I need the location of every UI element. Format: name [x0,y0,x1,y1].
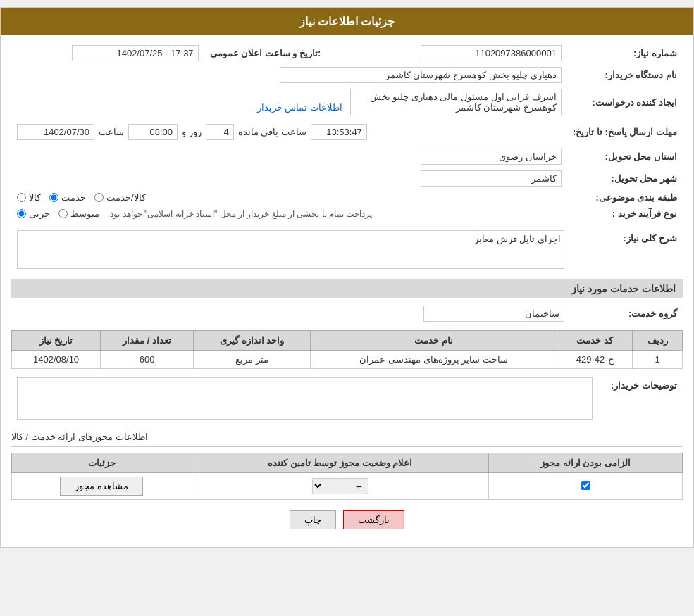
province-label: استان محل تحویل: [567,146,683,168]
back-button[interactable]: بازگشت [343,510,404,529]
creator-value: اشرف فراتی اول مسئول مالی دهیاری چلیو بخ… [350,89,562,115]
table-row: 1 ج-42-429 ساخت سایر پروژه‌های مهندسی عم… [12,351,683,369]
buyer-notes-table: توضیحات خریدار: [11,375,683,425]
col-row: ردیف [633,331,683,351]
col-status: اعلام وضعیت مجوز توسط تامین کننده [192,453,489,473]
permit-detail-cell: مشاهده مجوز [12,473,192,500]
service-group-table: گروه خدمت: ساختمان [11,303,683,325]
subject-label: طبقه بندی موضوعی: [567,189,683,206]
col-unit: واحد اندازه گیری [194,331,311,351]
buyer-org-label: نام دستگاه خریدار: [567,64,683,86]
buyer-notes-input[interactable] [17,377,593,420]
row-code: ج-42-429 [557,351,632,369]
response-time-label: ساعت [99,127,124,137]
response-deadline-label: مهلت ارسال پاسخ: تا تاریخ: [567,118,683,146]
buyer-org-value: دهیاری چلیو بخش کوهسرخ شهرستان کاشمر [280,67,562,83]
radio-kala[interactable]: کالا [17,192,41,203]
need-number-value: 1102097386000001 [421,45,562,61]
button-row: بازگشت چاپ [11,510,683,529]
province-value: خراسان رضوی [421,149,562,165]
radio-kala-khadamat[interactable]: کالا/خدمت [94,192,146,203]
row-name: ساخت سایر پروژه‌های مهندسی عمران [311,351,557,369]
city-value: کاشمر [421,170,562,187]
info-table-1: شماره نیاز: 1102097386000001 تاریخ و ساع… [11,42,683,222]
row-num: 1 [633,351,683,369]
row-date: 1402/08/10 [12,351,101,369]
page-title: جزئیات اطلاعات نیاز [299,15,395,27]
content-area: شماره نیاز: 1102097386000001 تاریخ و ساع… [1,35,693,547]
page-header: جزئیات اطلاعات نیاز [1,8,693,35]
services-table: ردیف کد خدمت نام خدمت واحد اندازه گیری ت… [11,330,683,369]
description-value: اجرای تایل فرش معابر [17,230,564,269]
col-date: تاریخ نیاز [12,331,101,351]
row-unit: متر مربع [194,351,311,369]
print-button[interactable]: چاپ [290,510,336,529]
service-group-value: ساختمان [423,306,564,322]
row-qty: 600 [101,351,194,369]
radio-motevaset[interactable]: متوسط [58,208,99,219]
permit-row: -- مشاهده مجوز [12,473,683,500]
response-remaining-value: 13:53:47 [311,124,367,140]
response-remaining-label: ساعت باقی مانده [238,127,306,137]
creator-label: ایجاد کننده درخواست: [567,86,683,118]
response-time-value: 08:00 [128,124,178,140]
col-qty: تعداد / مقدار [101,331,194,351]
announce-datetime-value: 1402/07/25 - 17:37 [72,45,199,61]
response-days-label: روز و [182,127,202,137]
col-code: کد خدمت [557,331,632,351]
permit-status-select[interactable]: -- [312,478,368,494]
response-date-value: 1402/07/30 [17,124,94,140]
description-label: شرح کلی نیاز: [570,227,683,272]
radio-khadamat[interactable]: خدمت [49,192,86,203]
page-wrapper: جزئیات اطلاعات نیاز شماره نیاز: 11020973… [0,7,694,548]
col-name: نام خدمت [311,331,557,351]
response-days-value: 4 [206,124,234,140]
col-details: جزئیات [12,453,192,473]
purchase-type-note: پرداخت تمام یا بخشی از مبلغ خریدار از مح… [108,209,372,219]
service-group-label: گروه خدمت: [570,303,683,325]
permits-table: الزامی بودن ارائه مجوز اعلام وضعیت مجوز … [11,453,683,500]
purchase-type-label: نوع فرآیند خرید : [567,206,683,222]
city-label: شهر محل تحویل: [567,168,683,189]
col-required: الزامی بودن ارائه مجوز [489,453,683,473]
radio-jozi[interactable]: جزیی [17,208,50,219]
permit-required-cell [489,473,683,500]
contact-link[interactable]: اطلاعات تماس خریدار [257,102,342,113]
description-table: شرح کلی نیاز: اجرای تایل فرش معابر [11,227,683,272]
permit-required-checkbox[interactable] [581,481,590,490]
announce-datetime-label: تاریخ و ساعت اعلان عمومی: [204,42,327,64]
permit-status-cell: -- [192,473,489,500]
view-permit-button[interactable]: مشاهده مجوز [60,477,143,496]
permits-section-title: اطلاعات مجوزهای ارائه خدمت / کالا [11,432,683,442]
services-section-title: اطلاعات خدمات مورد نیاز [11,279,683,298]
buyer-notes-label: توضیحات خریدار: [598,375,683,425]
need-number-label: شماره نیاز: [567,42,683,64]
divider [11,446,683,447]
